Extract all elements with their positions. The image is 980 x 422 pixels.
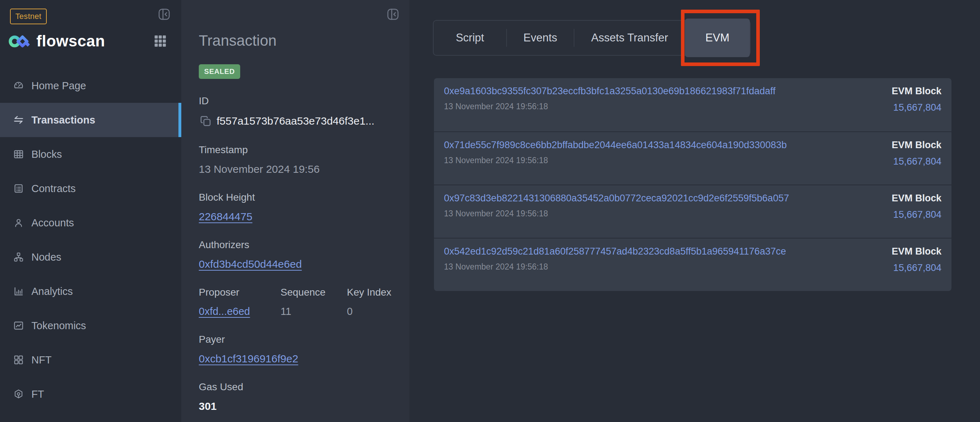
flowscan-app: Testnet xyxy=(0,0,980,422)
sidebar-item-label: Analytics xyxy=(32,286,73,298)
tab-assets-transfer[interactable]: Assets Transfer xyxy=(574,21,685,55)
evm-block-label: EVM Block xyxy=(891,193,942,204)
sidebar-menu: Home Page Transactions xyxy=(0,68,181,411)
block-height-link[interactable]: 226844475 xyxy=(199,211,252,223)
field-label: Block Height xyxy=(199,192,399,203)
field-payer: Payer 0xcb1cf3196916f9e2 xyxy=(199,334,399,365)
sidebar-item-blocks[interactable]: Blocks xyxy=(0,137,181,171)
sidebar-item-accounts[interactable]: Accounts xyxy=(0,205,181,240)
sequence-value: 11 xyxy=(280,306,347,317)
token-cube-icon xyxy=(13,389,24,400)
evm-tx-hash-link[interactable]: 0x71de55c7f989c8ce6bb2bffabdbe2044ee6a01… xyxy=(444,140,787,151)
copy-icon xyxy=(199,124,212,129)
line-chart-icon xyxy=(13,320,24,331)
sidebar-item-transactions[interactable]: Transactions xyxy=(0,103,181,137)
flowscan-logo-icon xyxy=(9,29,31,53)
sidebar-item-nodes[interactable]: Nodes xyxy=(0,240,181,274)
bar-chart-icon xyxy=(13,286,24,297)
transaction-detail-panel: Transaction SEALED ID f557a1573b76aa53e7… xyxy=(181,0,409,422)
evm-transaction-list: 0xe9a1603bc9355fc307b23eccfb3bfc1a3255a0… xyxy=(434,78,951,291)
network-badge: Testnet xyxy=(10,9,47,24)
field-timestamp: Timestamp 13 November 2024 19:56 xyxy=(199,144,399,175)
sidebar-item-ft[interactable]: FT xyxy=(0,377,181,411)
tab-evm[interactable]: EVM xyxy=(685,19,750,57)
panel-collapse-button[interactable] xyxy=(386,7,400,21)
page-title: Transaction xyxy=(199,0,399,49)
sidebar-item-label: Nodes xyxy=(32,252,61,263)
evm-block-number-link[interactable]: 15,667,804 xyxy=(891,263,942,274)
field-label: Sequence xyxy=(280,287,347,298)
field-block-height: Block Height 226844475 xyxy=(199,192,399,223)
copy-button[interactable] xyxy=(199,114,212,128)
payer-link[interactable]: 0xcb1cf3196916f9e2 xyxy=(199,353,298,365)
sidebar-item-label: Tokenomics xyxy=(32,320,86,332)
hierarchy-icon xyxy=(13,252,24,263)
sidebar: Testnet xyxy=(0,0,181,422)
evm-transaction-row[interactable]: 0x71de55c7f989c8ce6bb2bffabdbe2044ee6a01… xyxy=(434,131,951,185)
transaction-tabs: Script Events Assets Transfer EVM xyxy=(433,20,751,56)
sidebar-item-label: Contracts xyxy=(32,183,76,194)
field-label: Payer xyxy=(199,334,399,345)
sidebar-item-nft[interactable]: NFT xyxy=(0,343,181,377)
apps-grid-button[interactable] xyxy=(153,33,168,49)
evm-block-label: EVM Block xyxy=(891,86,942,97)
panel-collapse-icon xyxy=(386,17,400,22)
evm-tx-hash-link[interactable]: 0x542ed1c92d59c21d81a60f258777457ad4b232… xyxy=(444,246,786,257)
tab-script[interactable]: Script xyxy=(434,21,506,55)
sidebar-item-label: Accounts xyxy=(32,217,74,229)
brand-name: flowscan xyxy=(37,32,105,50)
sidebar-item-home-page[interactable]: Home Page xyxy=(0,68,181,103)
evm-transaction-row[interactable]: 0xe9a1603bc9355fc307b23eccfb3bfc1a3255a0… xyxy=(434,78,951,131)
gauge-icon xyxy=(13,80,24,91)
evm-tx-hash-link[interactable]: 0x97c83d3eb8221431306880a35452a0b0772cec… xyxy=(444,193,789,204)
person-icon xyxy=(13,217,24,228)
evm-transaction-row[interactable]: 0x542ed1c92d59c21d81a60f258777457ad4b232… xyxy=(434,238,951,291)
field-label: Timestamp xyxy=(199,144,399,156)
field-label: Key Index xyxy=(347,287,391,298)
authorizer-link[interactable]: 0xfd3b4cd50d44e6ed xyxy=(199,258,302,270)
evm-block-label: EVM Block xyxy=(891,140,942,151)
sidebar-item-label: Blocks xyxy=(32,148,62,160)
four-squares-icon xyxy=(13,354,24,366)
key-index-value: 0 xyxy=(347,306,391,317)
evm-tx-timestamp: 13 November 2024 19:56:18 xyxy=(444,262,786,272)
proposer-link[interactable]: 0xfd...e6ed xyxy=(199,306,250,317)
sidebar-item-tokenomics[interactable]: Tokenomics xyxy=(0,309,181,343)
swap-arrows-icon xyxy=(13,114,24,126)
main-content: Script Events Assets Transfer EVM 0xe9a1… xyxy=(409,0,980,422)
sidebar-item-analytics[interactable]: Analytics xyxy=(0,274,181,309)
document-list-icon xyxy=(13,183,24,194)
evm-block-number-link[interactable]: 15,667,804 xyxy=(891,102,942,113)
evm-block-label: EVM Block xyxy=(891,246,942,257)
field-label: Gas Used xyxy=(199,381,399,393)
status-badge: SEALED xyxy=(199,64,240,79)
brand[interactable]: flowscan xyxy=(9,29,105,53)
field-label: Authorizers xyxy=(199,239,399,251)
evm-block-number-link[interactable]: 15,667,804 xyxy=(891,156,942,167)
evm-tx-hash-link[interactable]: 0xe9a1603bc9355fc307b23eccfb3bfc1a3255a0… xyxy=(444,86,775,97)
field-id: ID f557a1573b76aa53e73d46f3e1... xyxy=(199,96,399,128)
field-label: Proposer xyxy=(199,287,280,298)
sidebar-item-label: Transactions xyxy=(32,114,95,126)
transaction-id-value: f557a1573b76aa53e73d46f3e1... xyxy=(216,115,374,127)
evm-tx-timestamp: 13 November 2024 19:56:18 xyxy=(444,156,787,165)
evm-transaction-row[interactable]: 0x97c83d3eb8221431306880a35452a0b0772cec… xyxy=(434,185,951,238)
sidebar-item-contracts[interactable]: Contracts xyxy=(0,171,181,205)
evm-tx-timestamp: 13 November 2024 19:56:18 xyxy=(444,102,775,111)
panel-collapse-icon xyxy=(157,17,171,22)
sidebar-item-label: FT xyxy=(32,389,44,400)
sidebar-item-label: Home Page xyxy=(32,80,86,92)
tab-events[interactable]: Events xyxy=(507,21,574,55)
evm-tx-timestamp: 13 November 2024 19:56:18 xyxy=(444,209,789,218)
field-proposer-group: Proposer 0xfd...e6ed Sequence 11 Key Ind… xyxy=(199,287,399,317)
sidebar-collapse-button[interactable] xyxy=(157,7,171,21)
field-authorizers: Authorizers 0xfd3b4cd50d44e6ed xyxy=(199,239,399,270)
gas-used-value: 301 xyxy=(199,400,399,412)
grid-icon xyxy=(153,44,168,49)
table-grid-icon xyxy=(13,148,24,160)
timestamp-value: 13 November 2024 19:56 xyxy=(199,163,399,175)
evm-block-number-link[interactable]: 15,667,804 xyxy=(891,209,942,220)
sidebar-item-label: NFT xyxy=(32,354,51,366)
field-gas-used: Gas Used 301 xyxy=(199,381,399,412)
field-label: ID xyxy=(199,96,399,107)
